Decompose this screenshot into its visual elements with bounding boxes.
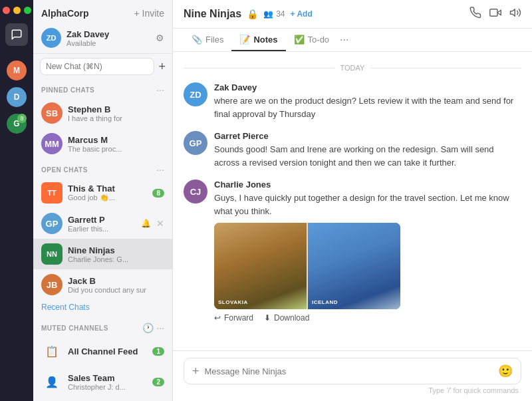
chat-info: Garrett P Earlier this... [68, 215, 136, 233]
sidebar-workspace-d[interactable]: D [5, 86, 28, 108]
download-icon: ⬇ [264, 313, 271, 323]
chat-info: Marcus M The basic proc... [68, 135, 164, 153]
sidebar-workspace-m[interactable]: M [5, 59, 28, 82]
list-item[interactable]: NN Nine Ninjas Charlie Jones: G... [33, 239, 172, 269]
sidebar-chats-icon[interactable] [5, 23, 28, 46]
message-content: Zak Davey where are we on the product de… [214, 82, 521, 120]
chat-name: All Channel Feed [68, 346, 147, 356]
message: GP Garret Pierce Sounds good! Sam and Ir… [173, 126, 532, 174]
messages-area[interactable]: TODAY ZD Zak Davey where are we on the p… [173, 52, 532, 350]
list-item[interactable]: 👤 Sales Team Christopher J: d... 2 [33, 366, 172, 397]
tabs-more-button[interactable]: ··· [337, 29, 351, 51]
video-call-button[interactable] [489, 7, 501, 21]
avatar: SB [41, 102, 63, 124]
image-attachment: SLOVAKIA ICELAND [214, 223, 400, 309]
chat-info: All Channel Feed [68, 346, 147, 356]
avatar: GP [41, 213, 63, 234]
list-item[interactable]: TT This & That Good job 👏... 8 [33, 178, 172, 208]
chat-header-actions [469, 7, 521, 21]
date-divider: TODAY [173, 64, 532, 72]
muted-channels-more-button[interactable]: ··· [156, 323, 164, 333]
muted-channels-clock-button[interactable]: 🕐 [142, 323, 154, 333]
list-item[interactable]: 📋 All Channel Feed 1 [33, 336, 172, 366]
chat-name: Sales Team [68, 373, 147, 383]
message-input[interactable] [205, 366, 493, 376]
chat-title: Nine Ninjas [184, 8, 241, 20]
search-bar: + [33, 54, 172, 79]
search-input[interactable] [40, 58, 154, 75]
mute-icon: 🔔 [141, 219, 151, 228]
todo-icon: ✅ [294, 35, 305, 45]
chat-name: Nine Ninjas [68, 245, 164, 255]
user-section: ZD Zak Davey Available ⚙ [33, 23, 172, 54]
avatar: TT [41, 182, 63, 203]
image-label-1: SLOVAKIA [218, 299, 248, 305]
message-content: Garret Pierce Sounds good! Sam and Irene… [214, 131, 521, 169]
chat-preview: Charlie Jones: G... [68, 255, 164, 263]
forward-icon: ↩ [214, 313, 221, 323]
tab-todo[interactable]: ✅ To-do [286, 29, 338, 51]
tab-files[interactable]: 📎 Files [184, 29, 231, 51]
message-text: Guys, I have quickly put together a desi… [214, 192, 521, 217]
list-item[interactable]: JB Jack B Did you conduct any sur [33, 269, 172, 300]
pinned-chats-section-label: PINNED CHATS ··· [33, 79, 172, 98]
sidebar-workspace-g[interactable]: G 8 [5, 112, 28, 135]
lock-icon: 🔒 [247, 9, 258, 19]
chat-name: Garrett P [68, 215, 136, 225]
chat-info: Stephen B I have a thing for [68, 104, 164, 122]
settings-button[interactable]: ⚙ [156, 33, 164, 43]
avatar: ZD [184, 82, 207, 106]
list-item[interactable]: MM Marcus M The basic proc... [33, 128, 172, 159]
image-slot-2: ICELAND [308, 223, 400, 309]
maximize-traffic-light[interactable] [24, 7, 31, 14]
svg-marker-0 [497, 10, 501, 15]
chat-info: Jack B Did you conduct any sur [68, 276, 164, 294]
channel-icon: 📋 [41, 340, 63, 362]
new-chat-button[interactable]: + [158, 60, 166, 74]
members-count: 34 [276, 9, 285, 19]
message-input-area: + 🙂 Type '/' for quick commands [173, 350, 532, 401]
user-info: Zak Davey Available [66, 29, 150, 47]
user-name: Zak Davey [66, 29, 150, 39]
pinned-chats-more-button[interactable]: ··· [156, 84, 164, 95]
minimize-traffic-light[interactable] [13, 7, 21, 14]
chat-preview: I have a thing for [68, 114, 164, 122]
emoji-button[interactable]: 🙂 [498, 364, 513, 378]
message-author: Garret Pierce [214, 131, 521, 141]
invite-button[interactable]: + Invite [134, 8, 164, 19]
chat-preview: Good job 👏... [68, 194, 147, 202]
add-member-button[interactable]: + Add [291, 9, 313, 19]
forward-button[interactable]: ↩ Forward [214, 313, 253, 323]
recent-chats-link[interactable]: Recent Chats [33, 300, 172, 317]
notes-icon: 📝 [239, 35, 250, 45]
close-chat-icon[interactable]: ✕ [156, 218, 164, 229]
avatar: CJ [184, 180, 207, 203]
sidebar-icons-panel: M D G 8 [0, 0, 33, 401]
list-item[interactable]: GP Garrett P Earlier this... 🔔 ✕ [33, 208, 172, 239]
download-button[interactable]: ⬇ Download [264, 313, 309, 323]
volume-button[interactable] [509, 7, 521, 21]
chat-name: This & That [68, 184, 147, 194]
open-chats-more-button[interactable]: ··· [156, 164, 164, 175]
message: ZD Zak Davey where are we on the product… [173, 77, 532, 126]
image-slot-1: SLOVAKIA [214, 223, 307, 309]
message: CJ Charlie Jones Guys, I have quickly pu… [173, 174, 532, 328]
message-content: Charlie Jones Guys, I have quickly put t… [214, 180, 521, 323]
chat-info: This & That Good job 👏... [68, 184, 147, 202]
list-item[interactable]: 🏏 Cricket Fans You: Good game [33, 397, 172, 401]
phone-call-button[interactable] [469, 7, 481, 21]
muted-channels-section-label: MUTED CHANNELS 🕐 ··· [33, 317, 172, 336]
close-traffic-light[interactable] [3, 7, 10, 14]
traffic-lights [3, 7, 31, 14]
list-item[interactable]: SB Stephen B I have a thing for [33, 98, 172, 128]
chat-preview: The basic proc... [68, 145, 164, 153]
attach-button[interactable]: + [192, 364, 200, 378]
chat-preview: Did you conduct any sur [68, 286, 164, 294]
tab-notes[interactable]: 📝 Notes [231, 29, 285, 51]
message-text: where are we on the product design? Lets… [214, 94, 521, 120]
message-author: Zak Davey [214, 82, 521, 92]
open-chats-section-label: OPEN CHATS ··· [33, 159, 172, 178]
files-icon: 📎 [192, 35, 202, 45]
chat-tabs: 📎 Files 📝 Notes ✅ To-do ··· [173, 29, 532, 52]
workspace-g-badge: 8 [17, 114, 27, 123]
